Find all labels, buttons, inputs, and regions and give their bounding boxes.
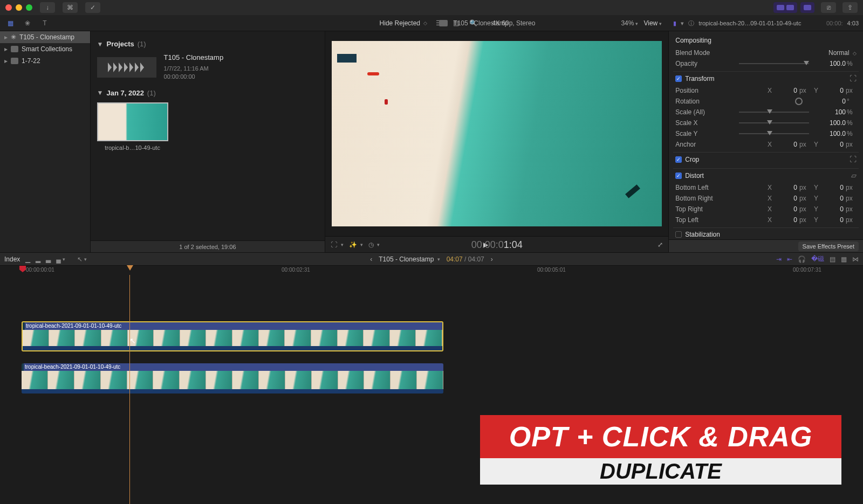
crop-reset-icon[interactable]: ⛶ (850, 155, 857, 163)
timeline-area[interactable]: tropical-beach-2021-09-01-01-10-49-utc ↖… (0, 275, 863, 504)
enhance-tool-icon[interactable]: ✨ ▾ (349, 241, 363, 248)
stabilization-group-header[interactable]: Stabilization (673, 227, 859, 239)
scale-y-slider[interactable] (739, 133, 809, 134)
overwrite-clip-icon[interactable]: ▄▾ (56, 256, 65, 263)
append-clip-icon[interactable]: ▃ (46, 256, 51, 263)
transform-checkbox[interactable]: ✓ (675, 75, 682, 82)
timeline-clip-lower[interactable]: tropical-beach-2021-09-01-01-10-49-utc (22, 363, 443, 393)
retime-tool-icon[interactable]: ◷ ▾ (368, 241, 380, 248)
skimming-icon[interactable]: ⇥ (776, 256, 782, 263)
info-inspector-tab-icon[interactable]: ⓘ (688, 19, 694, 27)
distort-checkbox[interactable]: ✓ (675, 172, 682, 179)
viewer-controls: ⛶ ▾ ✨ ▾ ◷ ▾ ▶ 00:00:01:04 ⤢ (325, 236, 668, 252)
index-button[interactable]: Index (4, 256, 20, 263)
playhead[interactable] (129, 275, 130, 504)
inspector-clip-name: tropical-beach-20…09-01-01-10-49-utc (698, 20, 822, 26)
rotation-row: Rotation 0° (673, 96, 859, 107)
sidebar-item-date[interactable]: ▸ 1-7-22 (0, 55, 90, 67)
sidebar-item-event[interactable]: ▸✳ T105 - Clonestamp (0, 31, 90, 43)
disclosure-triangle-icon[interactable]: ▼ (97, 89, 104, 96)
save-effects-preset-button[interactable]: Save Effects Preset (798, 241, 859, 251)
inspector-panel: ▮ ▾ ⓘ tropical-beach-20…09-01-01-10-49-u… (668, 31, 863, 252)
share-button[interactable]: ⇪ (843, 2, 858, 13)
clip-thumbnail[interactable]: tropical-b…10-49-utc (97, 102, 168, 151)
timeline-start-marker (19, 266, 26, 272)
view-dropdown[interactable]: View▾ (643, 19, 662, 27)
inspector-clip-duration: 4:03 (847, 20, 859, 26)
disclosure-triangle-icon[interactable]: ▼ (97, 40, 104, 48)
close-window-icon[interactable] (5, 4, 12, 11)
keyword-button[interactable]: ⌘ (63, 2, 78, 13)
library-sidebar: ▸✳ T105 - Clonestamp ▸ Smart Collections… (0, 31, 91, 252)
position-x-field[interactable]: 0 (776, 87, 797, 94)
titles-icon[interactable]: T (39, 17, 51, 29)
audio-skimming-icon[interactable]: ⇤ (787, 256, 792, 263)
toolbar-inspector-toggle[interactable]: ⎚ (821, 2, 836, 13)
toolbar-timeline-toggle[interactable] (800, 2, 814, 13)
scale-y-row: Scale Y 100.0% (673, 128, 859, 139)
opacity-slider[interactable] (739, 63, 809, 64)
insert-clip-icon[interactable]: ▂ (36, 256, 40, 263)
fullscreen-window-icon[interactable] (26, 4, 32, 11)
event-star-icon: ✳ (11, 33, 16, 41)
fullscreen-icon[interactable]: ⤢ (657, 241, 663, 248)
sidebar-item-smart-collections[interactable]: ▸ Smart Collections (0, 43, 90, 55)
next-edit-icon[interactable]: › (491, 256, 493, 263)
video-inspector-tab-icon[interactable]: ▮ (673, 20, 676, 27)
position-y-field[interactable]: 0 (822, 87, 844, 94)
crop-group-header[interactable]: ✓ Crop ⛶ (673, 152, 859, 166)
stabilization-checkbox[interactable] (675, 231, 682, 238)
timeline-clip-upper[interactable]: tropical-beach-2021-09-01-01-10-49-utc (22, 321, 443, 351)
browser-status-bar: 1 of 2 selected, 19:06 (91, 240, 325, 252)
clip-appearance-icon[interactable]: ▤ (830, 256, 835, 263)
toolbar-browser-toggle[interactable] (773, 2, 797, 13)
select-tool-icon[interactable]: ↖▾ (77, 256, 87, 263)
scale-x-slider[interactable] (739, 122, 809, 123)
clip-name-label: tropical-beach-2021-09-01-01-10-49-utc (25, 322, 442, 330)
timeline-timecode: 04:07 / 04:07 (447, 256, 484, 263)
clip-name-label: tropical-beach-2021-09-01-01-10-49-utc (24, 363, 443, 371)
crop-checkbox[interactable]: ✓ (675, 156, 682, 163)
rotation-dial-icon[interactable] (795, 98, 803, 105)
scale-all-row: Scale (All) 100% (673, 107, 859, 118)
clip-label: tropical-b…10-49-utc (97, 144, 168, 151)
project-title: T105 - Clonestamp (164, 53, 224, 61)
library-icon[interactable]: ▦ (4, 17, 16, 29)
scale-all-slider[interactable] (739, 112, 809, 113)
color-inspector-tab-icon[interactable]: ▾ (681, 20, 684, 27)
traffic-lights (5, 4, 32, 11)
banner-line-1: OPT + CLICK & DRAG (480, 415, 841, 458)
viewer-clip-title: T105 - Clonestamp (453, 19, 508, 27)
minimize-window-icon[interactable] (16, 4, 22, 11)
zoom-dropdown[interactable]: 34%▾ (621, 19, 638, 27)
transitions-browser-icon[interactable]: ⋈ (852, 256, 859, 263)
effects-browser-icon[interactable]: ▦ (841, 256, 847, 263)
photos-icon[interactable]: ❀ (22, 17, 33, 29)
blend-mode-dropdown[interactable]: Normal ◇ (828, 49, 857, 57)
import-button[interactable]: ↓ (40, 2, 55, 13)
rotation-value[interactable]: 0 (813, 98, 846, 105)
snapping-icon[interactable]: �磁 (811, 254, 824, 264)
transform-tool-icon[interactable]: ⛶ ▾ (331, 241, 343, 248)
distort-reset-icon[interactable]: ▱ (851, 171, 857, 179)
distort-group-header[interactable]: ✓ Distort ▱ (673, 168, 859, 182)
compositing-section-label: Compositing (673, 33, 859, 47)
opacity-value[interactable]: 100.0 (813, 60, 846, 67)
transform-group-header[interactable]: ✓ Transform ⛶ (673, 71, 859, 85)
background-tasks-button[interactable]: ✓ (85, 2, 100, 13)
viewer-timecode: 00:00:01:04 (471, 239, 523, 251)
event-section-header[interactable]: ▼ Jan 7, 2022 (1) (97, 89, 319, 97)
project-item[interactable]: T105 - Clonestamp 1/7/22, 11:16 AM 00:00… (97, 53, 319, 81)
projects-section-header[interactable]: ▼ Projects (1) (97, 40, 319, 48)
filmstrip-icon (439, 20, 448, 26)
solo-icon[interactable]: 🎧 (798, 256, 806, 263)
transform-reset-icon[interactable]: ⛶ (850, 74, 857, 82)
timeline-project-dropdown[interactable]: T105 - Clonestamp ▾ (379, 256, 440, 263)
position-row: Position X0px Y0px (673, 85, 859, 96)
viewer-canvas[interactable] (332, 41, 662, 226)
prev-edit-icon[interactable]: ‹ (370, 256, 372, 263)
connect-clip-icon[interactable]: ▁ (25, 256, 30, 263)
sidebar-item-label: Smart Collections (22, 45, 72, 53)
timeline-toolbar: Index ▁ ▂ ▃ ▄▾ ↖▾ ‹ T105 - Clonestamp ▾ … (0, 252, 863, 265)
folder-icon (11, 46, 18, 52)
